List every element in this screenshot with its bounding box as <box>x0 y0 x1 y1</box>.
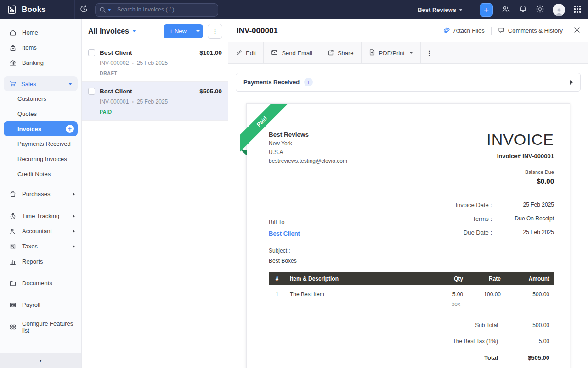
account-menu-button[interactable] <box>553 4 565 16</box>
sidebar-item-purchases[interactable]: Purchases <box>0 186 81 201</box>
table-row: 1 The Best Item 5.00box 100.00 500.00 <box>269 285 554 314</box>
send-email-button[interactable]: Send Email <box>264 42 320 63</box>
dot-separator: • <box>132 61 134 66</box>
new-invoice-plus-icon[interactable]: + <box>66 125 74 133</box>
chevron-down-icon <box>132 30 136 32</box>
payments-received-strip[interactable]: Payments Received 1 <box>236 73 581 92</box>
bill-to-block: Bill To Best Client Subject : Best Boxes <box>269 218 300 264</box>
organization-selector[interactable]: Best Reviews <box>418 6 463 13</box>
app-window: Books Best Reviews <box>0 0 588 368</box>
sidebar-item-label: Sales <box>21 80 36 87</box>
attach-files-label: Attach Files <box>453 27 485 34</box>
sidebar-item-accountant[interactable]: Accountant <box>0 224 81 239</box>
row-invoice-number: INV-000002 <box>100 60 129 66</box>
payroll-icon <box>9 301 17 309</box>
search-input[interactable] <box>117 6 214 13</box>
sidebar-item-label: Taxes <box>22 243 38 250</box>
recent-history-icon <box>79 5 88 15</box>
list-filter-selector[interactable]: All Invoices <box>88 27 136 35</box>
invoice-title: INVOICE <box>486 131 554 148</box>
chevron-down-icon <box>459 9 463 11</box>
qty-value: 5.00 <box>452 291 463 298</box>
paperclip-icon <box>443 27 450 35</box>
edit-button[interactable]: Edit <box>228 42 264 63</box>
avatar <box>553 4 565 16</box>
terms-value: Due On Receipt <box>492 215 554 222</box>
sidebar-item-sales[interactable]: Sales <box>4 76 78 91</box>
close-detail-button[interactable] <box>574 27 580 34</box>
apps-grid-icon <box>573 5 582 15</box>
terms-label: Terms : <box>472 215 492 222</box>
more-actions-button[interactable]: ⋮ <box>421 42 438 63</box>
page-title: INV-000001 <box>237 26 278 35</box>
attach-files-button[interactable]: Attach Files <box>443 27 485 35</box>
sidebar-item-reports[interactable]: Reports <box>0 254 81 269</box>
sidebar-item-label: Reports <box>22 258 43 265</box>
new-invoice-dropdown-button[interactable] <box>192 24 203 38</box>
taxes-icon <box>9 243 17 250</box>
kebab-icon: ⋮ <box>426 49 432 57</box>
sidebar-item-time-tracking[interactable]: Time Tracking <box>0 208 81 224</box>
chevron-right-icon <box>73 230 75 233</box>
sidebar-item-items[interactable]: Items <box>0 40 81 55</box>
chevron-down-icon <box>409 52 413 54</box>
subtotal-value: 500.00 <box>498 322 549 328</box>
search-scope-caret-icon[interactable] <box>107 9 111 11</box>
row-client-name: Best Client <box>100 49 132 56</box>
recent-history-button[interactable] <box>75 5 92 15</box>
row-status-badge: DRAFT <box>100 70 222 76</box>
sidebar-item-taxes[interactable]: Taxes <box>0 239 81 254</box>
sidebar-item-credit-notes[interactable]: Credit Notes <box>0 167 81 182</box>
sidebar-collapse-button[interactable]: ‹ <box>0 353 81 368</box>
users-button[interactable] <box>501 5 510 15</box>
invoice-list-row[interactable]: Best Client $101.00 INV-000002 • 25 Feb … <box>82 43 228 82</box>
row-checkbox[interactable] <box>88 49 95 56</box>
settings-button[interactable] <box>536 5 544 15</box>
list-filter-label: All Invoices <box>88 27 129 35</box>
sidebar-item-payments-received[interactable]: Payments Received <box>0 136 81 151</box>
invoice-list-row-selected[interactable]: Best Client $505.00 INV-000001 • 25 Feb … <box>82 82 228 121</box>
list-more-options-button[interactable]: ⋮ <box>208 24 222 39</box>
new-invoice-button[interactable]: + New <box>164 24 192 38</box>
quick-create-button[interactable]: + <box>480 3 493 17</box>
subtotal-label: Sub Total <box>397 322 498 328</box>
sidebar-item-label: Banking <box>22 59 44 66</box>
invoice-document: Paid Best Reviews New York U.S.A bestrev… <box>246 103 570 368</box>
seller-block: Best Reviews New York U.S.A bestreviews.… <box>269 131 347 185</box>
gear-icon <box>536 5 544 15</box>
tax-value: 5.00 <box>498 338 549 345</box>
sidebar-item-documents[interactable]: Documents <box>0 276 81 291</box>
sidebar-item-home[interactable]: Home <box>0 25 81 40</box>
items-icon <box>9 44 17 52</box>
sidebar-item-customers[interactable]: Customers <box>0 91 81 106</box>
sidebar-item-banking[interactable]: Banking <box>0 55 81 70</box>
envelope-icon <box>271 49 278 57</box>
subject-label: Subject : <box>269 247 300 254</box>
share-button[interactable]: Share <box>320 42 362 63</box>
search-icon[interactable] <box>99 6 111 13</box>
accountant-icon <box>9 228 17 235</box>
chevron-right-icon <box>73 214 75 218</box>
payments-count-badge: 1 <box>304 78 313 86</box>
app-logo[interactable]: Books <box>0 4 74 15</box>
row-status-badge: PAID <box>100 109 222 115</box>
row-checkbox[interactable] <box>88 88 95 95</box>
row-date: 25 Feb 2025 <box>137 98 168 105</box>
purchases-icon <box>9 190 17 198</box>
apps-grid-button[interactable] <box>573 5 582 15</box>
pdf-print-button[interactable]: PDF/Print <box>362 42 421 63</box>
app-body: Home Items Banking Sales Customers Quote… <box>0 19 588 368</box>
detail-toolbar: Edit Send Email Share PDF/Print ⋮ <box>228 42 588 64</box>
sidebar-item-payroll[interactable]: Payroll <box>0 297 81 312</box>
sidebar-item-invoices[interactable]: Invoices + <box>4 121 78 136</box>
sidebar-item-quotes[interactable]: Quotes <box>0 106 81 121</box>
row-invoice-number: INV-000001 <box>100 98 129 105</box>
col-rate: Rate <box>468 272 505 285</box>
notifications-button[interactable] <box>519 5 527 15</box>
comments-history-button[interactable]: Comments & History <box>498 27 563 35</box>
sidebar-item-recurring-invoices[interactable]: Recurring Invoices <box>0 151 81 167</box>
cell-rate: 100.00 <box>468 285 505 314</box>
bill-to-customer-link[interactable]: Best Client <box>269 230 300 237</box>
col-number: # <box>269 272 285 285</box>
sidebar-item-configure-features[interactable]: Configure Features list <box>0 319 81 334</box>
